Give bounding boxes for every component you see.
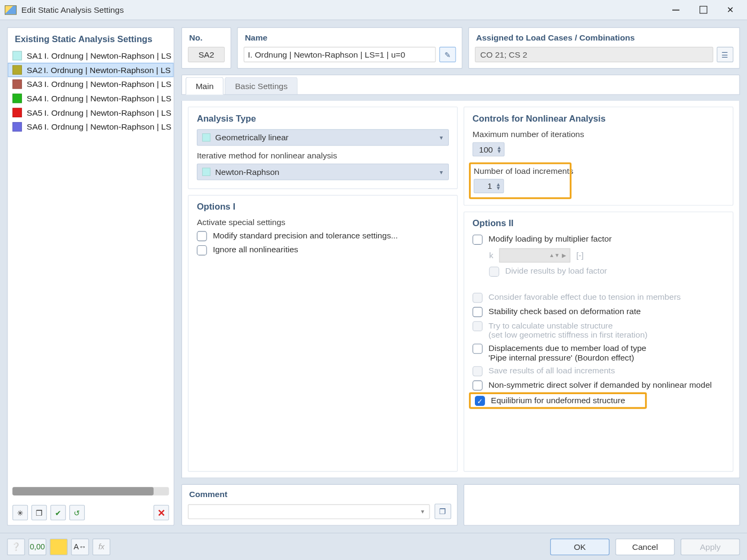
comment-library-button[interactable]: ❐ <box>434 503 451 519</box>
assigned-label: Assigned to Load Cases / Combinations <box>469 28 740 44</box>
name-label: Name <box>238 28 462 44</box>
settings-item-sa4[interactable]: SA4I. Ordnung | Newton-Raphson | LS <box>7 91 173 106</box>
panel-title: Controls for Nonlinear Analysis <box>473 113 725 123</box>
settings-key: SA2 <box>27 65 44 75</box>
close-button[interactable] <box>722 4 738 15</box>
window-title: Edit Static Analysis Settings <box>21 5 667 14</box>
no-label: No. <box>182 28 231 44</box>
consider-tension-label: Consider favorable effect due to tension… <box>489 292 681 302</box>
settings-item-sa3[interactable]: SA3I. Ordnung | Newton-Raphson | LS <box>7 77 173 91</box>
units-button[interactable]: 0,00 <box>28 538 46 555</box>
settings-label: I. Ordnung | Newton-Raphson | LS <box>44 79 171 89</box>
scrollbar-horizontal[interactable] <box>12 487 169 495</box>
settings-key: SA4 <box>27 94 44 103</box>
titlebar: Edit Static Analysis Settings <box>0 0 747 20</box>
color-swatch-icon <box>12 65 22 75</box>
analysis-type-select[interactable]: Geometrically linear ▾ <box>197 129 449 146</box>
nonsym-solver-checkbox[interactable] <box>473 380 483 390</box>
assigned-box: Assigned to Load Cases / Combinations CO… <box>468 27 740 69</box>
panel-title: Options I <box>197 202 449 212</box>
comment-select[interactable]: ▾ <box>188 504 430 519</box>
settings-key: SA6 <box>27 122 44 132</box>
chevron-down-icon: ▾ <box>440 168 443 175</box>
new-button[interactable]: ✳ <box>12 505 28 521</box>
color-swatch-icon <box>12 108 22 117</box>
max-iter-stepper[interactable]: 100 ▲▼ <box>473 142 505 157</box>
display-settings-button[interactable]: A↔ <box>71 538 89 555</box>
chevron-down-icon: ▾ <box>440 134 443 141</box>
modify-loading-checkbox[interactable] <box>473 235 483 245</box>
no-box: No. SA2 <box>181 27 231 69</box>
modify-precision-checkbox[interactable] <box>197 231 207 241</box>
check-all-button[interactable]: ✔ <box>50 505 66 521</box>
color-swatch-icon <box>12 122 22 132</box>
iter-method-label: Iterative method for nonlinear analysis <box>197 150 449 160</box>
tabs-bar: Main Basic Settings <box>181 75 740 95</box>
minimize-button[interactable] <box>667 4 684 15</box>
settings-key: SA1 <box>27 51 44 61</box>
settings-label: I. Ordnung | Newton-Raphson | LS <box>44 51 171 61</box>
color-swatch-icon <box>202 167 211 176</box>
edit-name-button[interactable]: ✎ <box>439 47 456 62</box>
help-button[interactable]: ❔ <box>7 538 25 555</box>
app-icon <box>5 5 17 14</box>
max-iter-label: Maximum number of iterations <box>473 129 725 139</box>
k-unit: [-] <box>576 251 584 260</box>
ignore-nonlinearities-checkbox[interactable] <box>197 245 207 255</box>
load-inc-stepper[interactable]: 1 ▲▼ <box>474 179 504 194</box>
uncheck-all-button[interactable]: ↺ <box>69 505 85 521</box>
options2-panel: Options II Modify loading by multiplier … <box>464 212 734 472</box>
settings-label: I. Ordnung | Newton-Raphson | LS <box>44 65 171 75</box>
sidebar-header: Existing Static Analysis Settings <box>7 28 173 49</box>
max-iter-value: 100 <box>479 145 497 154</box>
sidebar: Existing Static Analysis Settings SA1I. … <box>7 27 174 525</box>
cancel-button[interactable]: Cancel <box>615 538 674 555</box>
color-button[interactable] <box>50 538 67 555</box>
ok-button[interactable]: OK <box>550 538 609 555</box>
tab-main[interactable]: Main <box>186 77 224 94</box>
assigned-details-button[interactable]: ☰ <box>717 47 733 62</box>
modify-precision-label: Modify standard precision and tolerance … <box>213 230 398 240</box>
displacements-checkbox[interactable] <box>473 343 483 354</box>
footer: ❔ 0,00 A↔ fx OK Cancel Apply <box>0 533 747 560</box>
function-button[interactable]: fx <box>92 538 110 555</box>
settings-item-sa1[interactable]: SA1I. Ordnung | Newton-Raphson | LS <box>7 49 173 63</box>
settings-label: I. Ordnung | Newton-Raphson | LS <box>44 108 171 117</box>
consider-tension-checkbox <box>473 293 483 303</box>
chevron-down-icon: ▾ <box>421 508 425 515</box>
settings-key: SA5 <box>27 108 44 117</box>
stability-check-checkbox[interactable] <box>473 307 483 317</box>
k-label: k <box>489 251 494 260</box>
settings-label: I. Ordnung | Newton-Raphson | LS <box>44 122 171 132</box>
iter-method-value: Newton-Raphson <box>215 167 279 177</box>
iter-method-select[interactable]: Newton-Raphson ▾ <box>197 164 449 180</box>
load-inc-label: Number of load increments <box>474 166 721 175</box>
settings-item-sa5[interactable]: SA5I. Ordnung | Newton-Raphson | LS <box>7 106 173 120</box>
unstable-structure-checkbox <box>473 321 483 331</box>
color-swatch-icon <box>12 94 22 103</box>
settings-label: I. Ordnung | Newton-Raphson | LS <box>44 94 171 103</box>
apply-button: Apply <box>681 538 740 555</box>
equilibrium-checkbox[interactable]: ✓ <box>475 396 485 406</box>
ignore-nonlinearities-label: Ignore all nonlinearities <box>213 245 298 254</box>
settings-item-sa6[interactable]: SA6I. Ordnung | Newton-Raphson | LS <box>7 119 173 134</box>
copy-button[interactable]: ❐ <box>31 505 47 521</box>
color-swatch-icon <box>12 51 22 61</box>
settings-item-sa2[interactable]: SA2I. Ordnung | Newton-Raphson | LS <box>7 63 173 77</box>
assigned-value: CO 21; CS 2 <box>475 47 713 62</box>
maximize-button[interactable] <box>695 4 711 15</box>
divide-results-checkbox <box>489 267 499 277</box>
equilibrium-label: Equilibrium for undeformed structure <box>491 395 625 405</box>
modify-loading-label: Modify loading by multiplier factor <box>489 234 612 244</box>
name-input[interactable]: I. Ordnung | Newton-Raphson | LS=1 | u=0 <box>244 47 436 62</box>
displacements-label: Displacements due to member load of type… <box>489 343 647 362</box>
comment-box: Comment ▾ ❐ <box>181 484 458 526</box>
panel-title: Analysis Type <box>197 113 449 123</box>
empty-panel <box>464 484 740 526</box>
load-inc-value: 1 <box>480 181 496 191</box>
activate-special-label: Activate special settings <box>197 218 449 227</box>
delete-button[interactable]: ✕ <box>154 505 169 521</box>
tab-basic-settings[interactable]: Basic Settings <box>225 77 298 94</box>
k-stepper: ▲▼▸ <box>499 249 570 263</box>
unstable-structure-label: Try to calculate unstable structure(set … <box>489 321 648 340</box>
